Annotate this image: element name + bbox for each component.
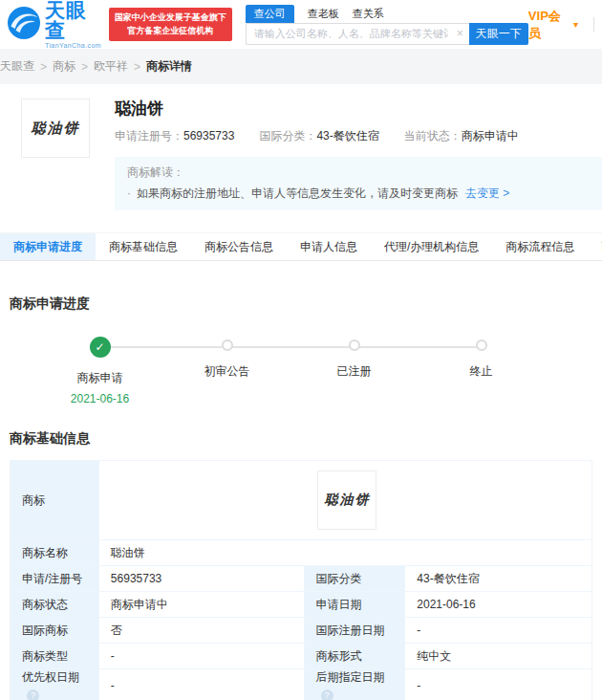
search-tab-boss[interactable]: 查老板 [308,5,339,23]
search-tab-company[interactable]: 查公司 [246,5,294,23]
top-header: 天眼查 TianYanCha.com 国家中小企业发展子基金旗下 官方备案企业征… [0,0,602,49]
tab-goods-services[interactable]: 商品/服务项目 [588,233,602,260]
note-title: 商标解读： [127,164,602,181]
help-icon[interactable]: ? [321,689,333,700]
table-row: 商标 聪油饼 [11,461,592,540]
pending-circle-icon [476,339,487,351]
step-application: ✓ 商标申请 2021-06-16 [36,337,163,405]
tab-application-progress[interactable]: 商标申请进度 [0,233,96,260]
trademark-note-box: 商标解读： ·如果商标的注册地址、申请人等信息发生变化，请及时变更商标去变更 > [115,157,602,210]
status-field: 当前状态：商标申请中 [404,128,519,144]
brand-name: 天眼查 [45,0,103,40]
check-circle-icon: ✓ [90,337,111,358]
page-title: 聪油饼 [115,100,602,117]
breadcrumb-trademark[interactable]: 商标 [53,58,75,75]
tianyancha-logo[interactable]: 天眼查 TianYanCha.com [8,0,103,49]
step-preliminary-approval: 初审公告 [163,337,290,405]
note-text: 如果商标的注册地址、申请人等信息发生变化，请及时变更商标 [137,186,458,200]
tab-agency-info[interactable]: 代理/办理机构信息 [371,233,492,260]
search-area: 查公司 查老板 查关系 × 天眼一下 [246,5,528,45]
table-row: 商标状态 商标申请中 申请日期 2021-06-16 [11,592,592,618]
trademark-card: 聪油饼 聪油饼 申请注册号：56935733 国际分类：43-餐饮住宿 当前状态… [0,84,602,210]
search-input[interactable] [246,23,469,45]
vip-menu[interactable]: VIP会员 ▾ [528,8,578,42]
eye-logo-icon [8,7,40,42]
reg-number-field: 申请注册号：56935733 [115,128,234,144]
trademark-image: 聪油饼 [21,98,90,158]
step-terminated: 终止 [418,337,545,405]
progress-section-title: 商标申请进度 [10,295,592,313]
step-registered: 已注册 [290,337,418,405]
pending-circle-icon [349,339,360,351]
table-row: 商标名称 聪油饼 [11,540,592,566]
basic-info-table: 商标 聪油饼 商标名称 聪油饼 申请/注册号 56935733 国际分类 43-… [10,460,592,700]
breadcrumb: 天眼查 > 商标 > 欧平祥 > 商标详情 [0,49,602,84]
search-tabs: 查公司 查老板 查关系 [246,5,528,23]
table-row: 商标类型 - 商标形式 纯中文 [11,644,592,669]
brand-domain: TianYanCha.com [45,42,103,49]
tab-applicant-info[interactable]: 申请人信息 [287,233,371,260]
breadcrumb-separator: > [81,60,88,74]
table-row: 国际商标 否 国际注册日期 - [11,618,592,644]
search-tab-relation[interactable]: 查关系 [353,5,384,23]
intl-class-field: 国际分类：43-餐饮住宿 [259,128,378,144]
trademark-image-small: 聪油饼 [317,470,376,530]
bullet-icon: · [127,186,131,200]
section-tabs: 商标申请进度 商标基础信息 商标公告信息 申请人信息 代理/办理机构信息 商标流… [0,232,602,261]
header-divider [593,17,594,32]
breadcrumb-applicant[interactable]: 欧平祥 [94,58,128,75]
clear-icon[interactable]: × [457,27,463,40]
progress-stepper: ✓ 商标申请 2021-06-16 初审公告 已注册 终止 [36,337,545,405]
chevron-down-icon: ▾ [573,19,578,30]
tab-basic-info[interactable]: 商标基础信息 [96,233,191,260]
change-trademark-link[interactable]: 去变更 > [465,186,509,200]
breadcrumb-home[interactable]: 天眼查 [0,58,34,75]
help-icon[interactable]: ? [27,689,39,700]
breadcrumb-separator: > [134,60,140,74]
pending-circle-icon [222,339,233,351]
table-row: 优先权日期? - 后期指定日期? - [11,669,592,700]
step-date: 2021-06-16 [71,392,129,405]
search-button[interactable]: 天眼一下 [469,23,528,45]
official-badge: 国家中小企业发展子基金旗下 官方备案企业征信机构 [109,8,232,40]
breadcrumb-separator: > [40,60,47,74]
tab-process-info[interactable]: 商标流程信息 [492,233,588,260]
tab-announcement-info[interactable]: 商标公告信息 [191,233,287,260]
table-row: 申请/注册号 56935733 国际分类 43-餐饮住宿 [11,566,592,592]
breadcrumb-current: 商标详情 [146,58,192,75]
basic-info-section-title: 商标基础信息 [10,430,592,448]
